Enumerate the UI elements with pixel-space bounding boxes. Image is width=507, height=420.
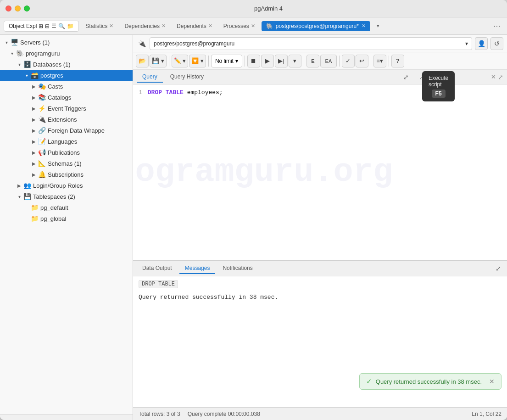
help-btn[interactable]: ? [391,55,404,67]
tree-item-event-triggers[interactable]: ▶ ⚡ Event Triggers [0,103,133,114]
tree-item-casts[interactable]: ▶ 🎭 Casts [0,81,133,92]
tab-query-history[interactable]: Query History [165,72,209,83]
maximize-button[interactable] [24,6,30,11]
db-icon: 🐘 [16,49,24,57]
tree-item-servers[interactable]: ▾ 🖥️ Servers (1) [0,37,133,48]
roles-icon: 👥 [23,181,31,190]
filter-btn[interactable]: 🔽 ▾ [189,55,206,67]
refresh-btn[interactable]: ↺ [490,37,503,50]
query-editor[interactable]: programguru.org 1 DROP TABLE employees; [133,84,415,260]
tree-item-fdw[interactable]: ▶ 🔗 Foreign Data Wrappe [0,125,133,136]
tree-label: Servers (1) [20,39,130,46]
sql-tag: DROP TABLE [139,280,178,288]
tree-label: Schemas (1) [48,160,130,167]
scratch-pad-content[interactable] [415,84,507,260]
left-panel: ▾ 🖥️ Servers (1) ▾ 🐘 programguru ▾ 🗄️ Da… [0,35,133,420]
tab-close-dependencies[interactable]: ✕ [162,23,166,29]
connection-string: postgres/postgres@programguru [154,40,234,47]
tab-object-explorer[interactable]: Object Expl ⊞ ⊟ ☰ 🔍 📁 [4,21,79,32]
tree-item-publications[interactable]: ▶ 📢 Publications [0,147,133,158]
rollback-btn[interactable]: ↩ [356,55,368,67]
tab-notifications[interactable]: Notifications [217,263,258,274]
databases-icon: 🗄️ [23,60,31,68]
editor-expand-btn[interactable]: ⤢ [401,72,411,82]
tree-item-programguru[interactable]: ▾ 🐘 programguru [0,48,133,59]
minimize-button[interactable] [15,6,21,11]
cursor-position: Ln 1, Col 22 [472,411,501,417]
tree-label: Tablespaces (2) [33,193,130,200]
expand-arrow: ▶ [30,105,38,112]
save-btn[interactable]: 💾 ▾ [150,55,167,67]
success-toast: ✓ Query returned successfully in 38 msec… [359,373,501,390]
tree-label: pg_default [40,204,130,211]
tree-item-pg-global[interactable]: 📁 pg_global [0,213,133,224]
stop-btn[interactable]: ⏹ [247,55,260,67]
result-message: Query returned successfully in 38 msec. [139,293,501,302]
explain-analyze-btn[interactable]: EA [320,55,337,67]
tab-more-btn[interactable]: ⋯ [490,20,503,33]
connection-dropdown[interactable]: postgres/postgres@programguru ▾ [150,37,472,50]
limit-dropdown[interactable]: No limit ▾ [211,55,242,67]
sql-keyword: DROP TABLE [148,88,184,98]
tree-item-databases[interactable]: ▾ 🗄️ Databases (1) [0,59,133,70]
toast-close-btn[interactable]: ✕ [489,378,495,385]
tree-label: Languages [48,138,130,145]
tab-label: Dependents [177,23,206,29]
horizontal-scrollbar[interactable] [0,414,133,420]
tab-dependents[interactable]: Dependents ✕ [172,21,217,31]
macros-btn[interactable]: ≡▾ [373,55,386,67]
user-management-btn[interactable]: 👤 [475,37,488,50]
tab-overflow-btn[interactable]: ▾ [373,21,383,31]
expand-arrow: ▶ [30,94,38,101]
toolbar-separator [245,56,245,67]
folder-icon: 📁 [30,203,39,212]
postgres-db-icon: 🗃️ [30,71,39,79]
edit-btn[interactable]: ✏️ ▾ [172,55,189,67]
tab-close-dependents[interactable]: ✕ [208,23,212,29]
expand-arrow: ▾ [23,72,30,79]
commit-btn[interactable]: ✓ [342,55,355,67]
toolbar-separator [304,56,304,67]
tree-label: postgres [40,72,130,79]
dropdown-arrow: ▾ [235,58,238,64]
tree-item-extensions[interactable]: ▶ 🔌 Extensions [0,114,133,125]
tree-item-catalogs[interactable]: ▶ 📚 Catalogs [0,92,133,103]
tree-item-languages[interactable]: ▶ 📝 Languages [0,136,133,147]
tab-query-editor[interactable]: 🐘 postgres/postgres@programguru* ✕ [262,21,370,31]
tab-data-output[interactable]: Data Output [137,263,178,274]
tab-close-query[interactable]: ✕ [362,23,366,29]
tab-messages[interactable]: Messages [179,263,216,274]
tab-close-processes[interactable]: ✕ [251,23,255,29]
tab-close-statistics[interactable]: ✕ [109,23,113,29]
run-btn[interactable]: ▶ [261,55,274,67]
tree-item-postgres[interactable]: ▾ 🗃️ postgres [0,70,133,81]
folder-icon: 📁 [30,214,39,223]
tree-item-tablespaces[interactable]: ▾ 💾 Tablespaces (2) [0,191,133,202]
scratch-pad-close[interactable]: ✕ [491,73,496,80]
tree-item-subscriptions[interactable]: ▶ 🔔 Subscriptions [0,169,133,180]
open-file-btn[interactable]: 📂 [136,55,149,67]
expand-arrow: ▶ [16,182,23,189]
tree-item-pg-default[interactable]: 📁 pg_default [0,202,133,213]
refresh-icon: ↺ [494,40,500,47]
tab-statistics[interactable]: Statistics ✕ [81,21,118,31]
tab-dependencies[interactable]: Dependencies ✕ [120,21,170,31]
expand-arrow: ▶ [30,138,38,145]
tab-processes[interactable]: Processes ✕ [219,21,260,31]
run-dropdown-btn[interactable]: ▾ [289,55,301,67]
expand-arrow: ▶ [30,160,38,167]
tab-query[interactable]: Query [137,72,163,83]
scratch-expand-left[interactable]: ⤢ [419,73,424,81]
tree-label: Extensions [48,116,130,123]
tree-item-schemas[interactable]: ▶ 📐 Schemas (1) [0,158,133,169]
tree-item-login-roles[interactable]: ▶ 👥 Login/Group Roles [0,180,133,191]
event-triggers-icon: ⚡ [38,104,46,112]
explain-btn[interactable]: E [306,55,319,67]
table-icon: ⊞ [39,23,43,29]
run-script-btn[interactable]: ▶| Execute script F5 [275,55,288,67]
right-panel: 🔌 postgres/postgres@programguru ▾ 👤 ↺ 📂 … [133,35,507,420]
scratch-pad-expand[interactable]: ⤢ [498,73,503,81]
subscriptions-icon: 🔔 [38,170,46,179]
close-button[interactable] [6,6,11,11]
result-expand-btn[interactable]: ⤢ [493,263,503,274]
